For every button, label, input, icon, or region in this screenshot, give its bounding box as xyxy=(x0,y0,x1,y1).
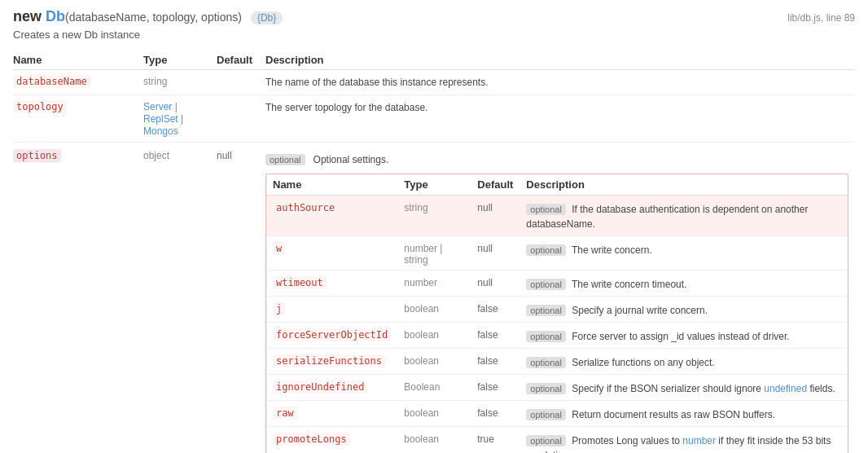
optional-badge-w: optional xyxy=(526,244,566,256)
link-undefined[interactable]: undefined xyxy=(764,383,807,394)
main-params-table: Name Type Default Description databaseNa… xyxy=(13,51,855,453)
nested-param-type-j: boolean xyxy=(404,303,439,314)
param-desc-databaseName: The name of the database this instance r… xyxy=(265,77,489,88)
options-section: optional Optional settings. Name Type De… xyxy=(265,152,848,453)
nested-col-header-desc: Description xyxy=(519,174,848,196)
nested-table-row: serializeFunctions boolean false optiona… xyxy=(266,349,848,375)
title-params: (databaseName, topology, options) xyxy=(65,11,242,24)
nested-table-row: j boolean false optional Specify a journ… xyxy=(266,297,848,323)
param-name-options: options xyxy=(13,149,61,162)
nested-param-type-ignoreUndefined: Boolean xyxy=(404,381,440,393)
optional-badge-ignoreUndefined: optional xyxy=(526,383,566,394)
table-row: databaseName string The name of the data… xyxy=(13,70,855,95)
nested-param-name-forceServerObjectId: forceServerObjectId xyxy=(273,328,391,341)
link-number[interactable]: number xyxy=(682,435,716,446)
nested-param-default-serializeFunctions: false xyxy=(477,355,498,367)
nested-table-wrapper: Name Type Default Description authSource… xyxy=(265,174,848,453)
returns-link[interactable]: {Db} xyxy=(257,12,276,24)
nested-param-desc-promoteLongs: Promotes Long values to number if they f… xyxy=(526,435,831,453)
nested-param-desc-raw: Return document results as raw BSON buff… xyxy=(572,409,775,420)
optional-badge-options: optional xyxy=(265,154,305,165)
optional-badge-serializeFunctions: optional xyxy=(526,357,566,368)
nested-options-table: Name Type Default Description authSource… xyxy=(266,174,848,453)
nested-col-header-default: Default xyxy=(471,174,519,196)
nested-table-row: promoteLongs boolean true optional Promo… xyxy=(266,427,848,454)
param-desc-topology: The server topology for the database. xyxy=(265,102,427,113)
param-name-databaseName: databaseName xyxy=(13,75,90,88)
nested-param-type-forceServerObjectId: boolean xyxy=(404,329,439,341)
nested-table-row: raw boolean false optional Return docume… xyxy=(266,401,848,427)
optional-badge-authSource: optional xyxy=(526,204,566,215)
col-header-type: Type xyxy=(143,51,217,70)
nested-col-header-type: Type xyxy=(397,174,471,196)
nested-param-type-serializeFunctions: boolean xyxy=(404,355,439,367)
title-keyword: new xyxy=(13,8,42,24)
type-link-replset[interactable]: ReplSet xyxy=(143,113,178,125)
nested-param-desc-wtimeout: The write concern timeout. xyxy=(572,279,686,290)
nested-param-name-serializeFunctions: serializeFunctions xyxy=(273,354,385,367)
nested-param-type-authSource: string xyxy=(404,202,427,213)
type-link-server[interactable]: Server xyxy=(143,101,172,112)
optional-badge-forceServerObjectId: optional xyxy=(526,331,566,342)
options-label-row: optional Optional settings. xyxy=(265,152,388,167)
col-header-desc: Description xyxy=(265,51,855,70)
nested-param-name-wtimeout: wtimeout xyxy=(273,276,327,289)
type-link-mongos[interactable]: Mongos xyxy=(143,125,178,137)
nested-header-row: Name Type Default Description xyxy=(266,174,848,196)
nested-param-name-authSource: authSource xyxy=(273,201,338,214)
nested-param-desc-w: The write concern. xyxy=(572,244,652,256)
nested-table-row: forceServerObjectId boolean false option… xyxy=(266,323,848,349)
nested-param-type-wtimeout: number xyxy=(404,277,437,288)
col-header-default: Default xyxy=(217,51,265,70)
nested-param-name-w: w xyxy=(273,242,285,255)
nested-param-default-j: false xyxy=(477,303,498,314)
nested-col-header-name: Name xyxy=(266,174,397,196)
nested-param-desc-ignoreUndefined: Specify if the BSON serializer should ig… xyxy=(572,383,835,394)
nested-param-type-promoteLongs: boolean xyxy=(404,433,439,445)
nested-param-default-raw: false xyxy=(477,407,498,419)
nested-param-type-w: number |string xyxy=(404,243,442,266)
optional-badge-j: optional xyxy=(526,305,566,316)
nested-param-default-promoteLongs: true xyxy=(477,433,494,445)
nested-table-row: wtimeout number null optional The write … xyxy=(266,270,848,297)
nested-param-desc-authSource: If the database authentication is depend… xyxy=(526,204,808,230)
optional-badge-wtimeout: optional xyxy=(526,279,566,290)
nested-table-row: ignoreUndefined Boolean false optional S… xyxy=(266,375,848,401)
nested-param-name-ignoreUndefined: ignoreUndefined xyxy=(273,380,367,394)
nested-param-default-wtimeout: null xyxy=(477,277,493,288)
optional-badge-promoteLongs: optional xyxy=(526,435,566,446)
table-row: topology Server | ReplSet | Mongos The s… xyxy=(13,95,855,143)
nested-param-name-raw: raw xyxy=(273,407,297,420)
param-type-options: object xyxy=(143,150,169,161)
subtitle: Creates a new Db instance xyxy=(13,29,855,41)
param-type-databaseName: string xyxy=(143,76,167,87)
nested-param-default-authSource: null xyxy=(477,202,493,213)
returns-badge: {Db} xyxy=(251,11,283,24)
nested-param-name-j: j xyxy=(273,302,285,315)
param-default-options: null xyxy=(217,150,232,161)
nested-param-type-raw: boolean xyxy=(404,407,439,419)
nested-param-name-promoteLongs: promoteLongs xyxy=(273,433,350,446)
nested-param-default-ignoreUndefined: false xyxy=(477,381,498,393)
options-desc: Optional settings. xyxy=(313,152,389,167)
param-name-topology: topology xyxy=(13,100,67,113)
optional-badge-raw: optional xyxy=(526,409,566,420)
table-row-options: options object null optional Optional se… xyxy=(13,143,855,454)
file-reference: lib/db.js, line 89 xyxy=(787,12,855,24)
nested-param-default-forceServerObjectId: false xyxy=(477,329,498,341)
col-header-name: Name xyxy=(13,51,143,70)
nested-param-desc-j: Specify a journal write concern. xyxy=(572,305,708,316)
nested-param-default-w: null xyxy=(477,243,493,254)
nested-table-row: w number |string null optional The write… xyxy=(266,236,848,270)
nested-param-desc-forceServerObjectId: Force server to assign _id values instea… xyxy=(572,331,789,342)
param-type-topology: Server | ReplSet | Mongos xyxy=(143,101,183,137)
nested-param-desc-serializeFunctions: Serialize functions on any object. xyxy=(572,357,714,368)
title-class: Db xyxy=(46,8,65,24)
nested-table-row: authSource string null optional If the d… xyxy=(266,196,848,236)
